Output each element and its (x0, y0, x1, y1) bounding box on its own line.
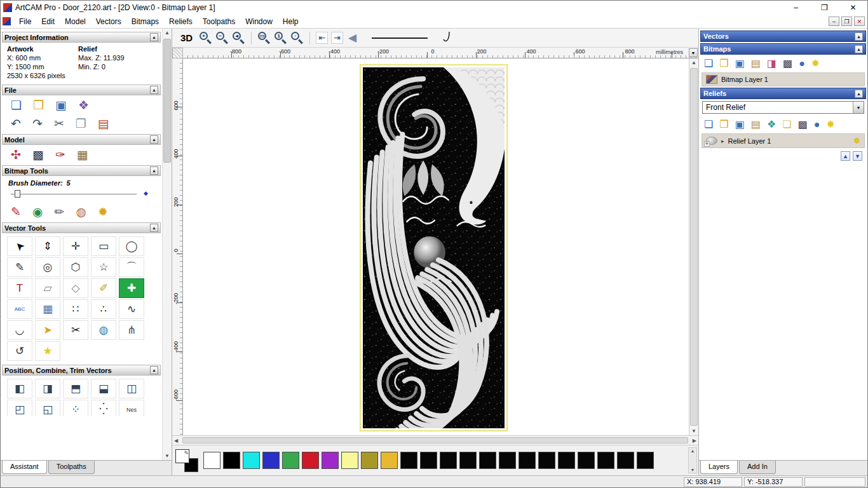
load-image-icon[interactable]: ▦ (77, 149, 88, 161)
palette-swatch[interactable] (203, 452, 220, 469)
assistant-scrollbar[interactable]: ▲ ▼ (162, 29, 172, 460)
palette-swatch[interactable] (223, 452, 240, 469)
scrollbar-thumb[interactable] (163, 39, 171, 163)
cut-icon[interactable]: ✂ (54, 118, 64, 130)
dropdown-arrow-icon[interactable]: ▼ (853, 102, 864, 113)
collapse-section-button[interactable]: ▲ (150, 224, 158, 232)
ruler-origin-corner[interactable] (172, 48, 183, 58)
palette-swatch[interactable] (243, 452, 260, 469)
2d-view-canvas[interactable] (183, 58, 689, 435)
menu-help[interactable]: Help (278, 16, 304, 27)
relief-selector-dropdown[interactable]: Front Relief ▼ (702, 101, 864, 114)
collapse-section-button[interactable]: ▲ (855, 45, 863, 53)
bisector-tool[interactable]: ⋔ (119, 320, 144, 340)
collapse-section-button[interactable]: ▲ (855, 32, 863, 41)
create-text-tool[interactable]: T (7, 278, 32, 298)
zoom-in-icon[interactable]: + (199, 31, 212, 44)
palette-swatch[interactable] (361, 452, 378, 469)
redo-icon[interactable]: ↷ (32, 118, 43, 130)
paste-icon[interactable]: ▤ (98, 118, 109, 130)
relief-layer-item[interactable]: + ▸ Relief Layer 1 ✸ (702, 133, 865, 148)
palette-swatch[interactable] (558, 452, 575, 469)
duplicate-relief-layer-icon[interactable]: ▤ (751, 119, 761, 130)
create-polyline-tool[interactable]: ✎ (7, 257, 32, 277)
scroll-up-icon[interactable]: ▲ (691, 449, 695, 453)
menu-bitmaps[interactable]: Bitmaps (126, 16, 164, 27)
ruler-units-dropdown[interactable]: ▼ (689, 48, 698, 57)
paste-along-curve-tool[interactable]: ▦ (35, 299, 60, 319)
scrollbar-thumb[interactable] (182, 437, 688, 444)
relief-lightbulb-icon[interactable]: ✸ (826, 119, 834, 130)
undo-icon[interactable]: ↶ (11, 118, 21, 130)
expand-layer-icon[interactable]: + (704, 141, 710, 147)
mdi-close-button[interactable]: ✕ (854, 17, 865, 26)
palette-swatch[interactable] (341, 452, 358, 469)
palette-swatch[interactable] (381, 452, 398, 469)
palette-swatch[interactable] (262, 452, 280, 469)
collapse-section-button[interactable]: ▲ (150, 366, 158, 374)
bitmap-layer-item[interactable]: Bitmap Layer 1 (702, 72, 865, 86)
tab-layers[interactable]: Layers (700, 461, 738, 474)
primary-colour-swatch[interactable]: ✎ (175, 449, 189, 463)
relief-artwork-image[interactable] (360, 64, 508, 431)
palette-swatch[interactable] (637, 452, 654, 469)
save-model-icon[interactable]: ▣ (55, 99, 67, 111)
horizontal-scrollbar[interactable]: ◀ ▶ (172, 435, 698, 445)
scroll-down-icon[interactable]: ▼ (165, 453, 170, 459)
menu-edit[interactable]: Edit (36, 16, 60, 27)
snap-grid-icon[interactable]: ⇤ (316, 32, 328, 44)
save-bitmap-layer-icon[interactable]: ▣ (735, 58, 745, 69)
scroll-left-icon[interactable]: ◀ (174, 438, 178, 444)
tab-toolpaths[interactable]: Toolpaths (48, 461, 95, 474)
layer-visibility-bulb-icon[interactable]: ✸ (853, 136, 860, 146)
palette-swatch[interactable] (538, 452, 555, 469)
tab-add-in[interactable]: Add In (739, 461, 776, 474)
merge-bitmap-layers-icon[interactable]: ▤ (751, 58, 761, 69)
move-layer-down-button[interactable]: ▼ (853, 151, 862, 161)
menu-file[interactable]: File (14, 16, 36, 27)
palette-swatch[interactable] (420, 452, 437, 469)
adjust-model-icon[interactable]: ✣ (11, 149, 21, 161)
palette-swatch[interactable] (440, 452, 457, 469)
smooth-relief-icon[interactable]: ❖ (767, 119, 776, 130)
new-bitmap-layer-icon[interactable]: ❏ (704, 58, 713, 69)
palette-swatch[interactable] (617, 452, 634, 469)
palette-swatch[interactable] (519, 452, 536, 469)
palette-swatch[interactable] (302, 452, 319, 469)
close-button[interactable]: ✕ (839, 1, 867, 15)
contrast-icon[interactable]: ▩ (783, 58, 792, 69)
zoom-previous-icon[interactable]: ◂ (232, 31, 245, 44)
distribute-tool[interactable]: ⁘ (63, 400, 88, 416)
wrap-text-tool[interactable]: ▱ (35, 278, 60, 298)
group-vectors-tool[interactable]: ⁛ (91, 400, 116, 416)
mirror-vectors-tool[interactable]: ◰ (7, 400, 32, 416)
node-editing-tool[interactable]: ⇕ (35, 236, 60, 256)
palette-swatch[interactable] (400, 452, 417, 469)
create-diamond-tool[interactable]: ◇ (63, 278, 88, 298)
trim-vectors-tool[interactable]: ✂ (63, 320, 88, 340)
relief-stamp-icon[interactable]: ✑ (55, 149, 65, 161)
draw-icon[interactable]: ✏ (55, 206, 65, 218)
scroll-right-icon[interactable]: ▶ (693, 438, 696, 444)
align-top-tool[interactable]: ⬒ (63, 379, 88, 398)
toggle-3d-view-button[interactable]: 3D (177, 32, 196, 43)
palette-swatch[interactable] (597, 452, 614, 469)
align-right-tool[interactable]: ◨ (35, 379, 60, 398)
copy-icon[interactable]: ❐ (76, 118, 86, 130)
brush-diameter-slider[interactable]: ◆ (10, 189, 153, 198)
text-abc-tool[interactable]: ABC (7, 299, 32, 319)
slider-thumb[interactable] (15, 190, 20, 198)
block-paste-tool[interactable]: ✚ (119, 278, 144, 298)
palette-swatch[interactable] (322, 452, 339, 469)
menu-reliefs[interactable]: Reliefs (164, 16, 198, 27)
zoom-selection-icon[interactable]: ▫ (290, 31, 304, 44)
palette-swatch[interactable] (578, 452, 595, 469)
measure-tool[interactable]: ✐ (91, 278, 116, 298)
relief-sphere-preview-icon[interactable]: ● (814, 119, 820, 130)
collapse-section-button[interactable]: ▲ (150, 33, 158, 41)
collapse-section-button[interactable]: ▲ (855, 90, 863, 98)
palette-swatch[interactable] (479, 452, 496, 469)
align-centre-tool[interactable]: ◫ (119, 379, 144, 398)
create-star-tool[interactable]: ☆ (91, 257, 116, 277)
lightbulb-icon[interactable]: ✸ (811, 58, 820, 69)
